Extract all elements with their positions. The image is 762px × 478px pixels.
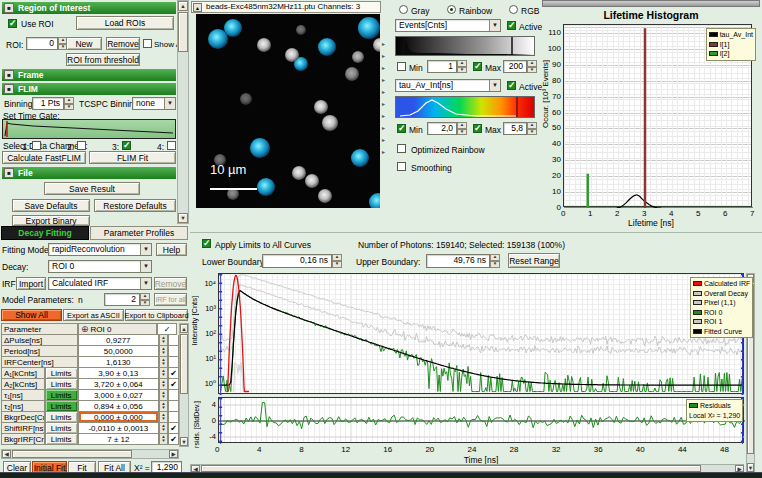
limits-button[interactable]: Limits	[45, 434, 78, 445]
tab-parameter-profiles[interactable]: Parameter Profiles	[90, 226, 188, 240]
scroll-right-icon[interactable]: ▶	[169, 450, 178, 458]
residuals-plot[interactable]	[218, 397, 744, 443]
irf-import-button[interactable]: Import	[16, 277, 46, 290]
splitter-arrow-icon[interactable]: ▸	[382, 64, 385, 71]
intensity-gradient-bar[interactable]	[395, 36, 535, 56]
layer1-min-checkbox[interactable]	[397, 62, 406, 71]
limits-button[interactable]: Limits	[45, 379, 78, 390]
splitter-arrow-icon[interactable]: ▸	[382, 136, 385, 143]
param-fix-checkbox[interactable]	[168, 390, 179, 401]
scroll-down-icon[interactable]: ▼	[747, 463, 754, 472]
dropdown-arrow-icon[interactable]: ▼	[140, 260, 152, 273]
layer2-max-spinner[interactable]: ▲▼	[527, 122, 537, 135]
channel-2-checkbox[interactable]	[77, 141, 86, 150]
table-scrollbar[interactable]: ▲ ▼	[179, 323, 189, 447]
limits-button[interactable]: Limits	[45, 401, 78, 412]
spinner-down-icon[interactable]: ▼	[527, 67, 537, 74]
mode-radio-rgb[interactable]	[509, 5, 518, 14]
param-spinner[interactable]: ▲▼	[159, 368, 168, 379]
apply-limits-checkbox[interactable]	[202, 239, 211, 248]
scroll-right-icon[interactable]: ▶	[735, 465, 744, 472]
param-value[interactable]: 7 ± 12	[78, 434, 160, 445]
save-defaults-button[interactable]: Save Defaults	[12, 199, 90, 212]
mode-radio-gray[interactable]	[399, 5, 408, 14]
spinner-down-icon[interactable]: ▼	[160, 428, 167, 432]
layer1-min-input[interactable]: 1	[427, 60, 457, 73]
spinner-up-icon[interactable]: ▲	[332, 254, 342, 261]
limits-button[interactable]: Limits	[45, 412, 78, 423]
param-fix-checkbox[interactable]: ✔	[168, 423, 179, 434]
param-fix-checkbox[interactable]	[168, 401, 179, 412]
restore-defaults-button[interactable]: Restore Defaults	[94, 199, 176, 212]
spinner-down-icon[interactable]: ▼	[457, 129, 467, 136]
time-gate-preview[interactable]	[2, 119, 176, 139]
mode-radio-rainbow[interactable]	[447, 5, 456, 14]
param-fix-checkbox[interactable]: ✔	[168, 379, 179, 390]
scroll-down-icon[interactable]: ▼	[178, 213, 188, 223]
limits-button[interactable]: Limits	[45, 390, 78, 401]
splitter-arrow-icon[interactable]: ▸	[382, 40, 385, 47]
scrollbar-thumb[interactable]	[180, 334, 188, 394]
left-panel-scrollbar[interactable]: ▲ ▼	[177, 0, 189, 224]
scroll-up-icon[interactable]: ▲	[180, 324, 188, 333]
param-spinner[interactable]: ▲▼	[159, 357, 168, 368]
param-value[interactable]: 3,000 ± 0,027	[78, 390, 160, 401]
panel-splitter-bar[interactable]	[542, 0, 760, 7]
spinner-down-icon[interactable]: ▼	[160, 406, 167, 410]
spinner-down-icon[interactable]: ▼	[332, 261, 342, 268]
roi-new-button[interactable]: New	[66, 37, 102, 50]
optimized-rainbow-checkbox[interactable]	[397, 144, 406, 153]
spinner-down-icon[interactable]: ▼	[140, 300, 150, 307]
param-spinner[interactable]: ▲▼	[159, 401, 168, 412]
layer1-max-input[interactable]: 200	[503, 60, 527, 73]
smoothing-checkbox[interactable]	[397, 162, 406, 171]
help-button[interactable]: Help	[156, 243, 187, 256]
spinner-down-icon[interactable]: ▼	[64, 104, 74, 111]
irf-remove-button[interactable]: Remove	[154, 277, 187, 290]
collapse-icon[interactable]: ■	[4, 70, 14, 80]
irf-dropdown[interactable]: Calculated IRF▼	[48, 277, 152, 290]
lower-boundary-spinner[interactable]: ▲▼	[332, 254, 342, 268]
splitter-arrow-icon[interactable]: ▸	[382, 76, 385, 83]
reset-range-button[interactable]: Reset Range	[508, 253, 560, 268]
spinner-down-icon[interactable]: ▼	[527, 129, 537, 136]
show-all-checkbox[interactable]	[143, 39, 152, 48]
calculate-fastflim-button[interactable]: Calculate FastFLIM	[2, 151, 86, 164]
show-all-params-button[interactable]: Show All	[1, 309, 62, 321]
channel2-dropdown[interactable]: tau_Av_Int[ns]▼	[395, 79, 501, 92]
table-h-scrollbar[interactable]: ◀ ▶	[1, 449, 179, 459]
param-spinner[interactable]: ▲▼	[159, 379, 168, 390]
load-rois-button[interactable]: Load ROIs	[76, 16, 174, 30]
spinner-down-icon[interactable]: ▼	[490, 261, 500, 268]
binning-input[interactable]: 1 Pts	[32, 97, 64, 110]
param-spinner[interactable]: ▲▼	[159, 335, 168, 346]
param-fix-checkbox[interactable]	[168, 335, 179, 346]
layer2-min-input[interactable]: 2,0	[427, 122, 457, 135]
param-spinner[interactable]: ▲▼	[159, 390, 168, 401]
layer2-active-checkbox[interactable]	[507, 81, 516, 90]
channel1-dropdown[interactable]: Events[Cnts]▼	[395, 19, 501, 32]
tab-decay-fitting[interactable]: Decay Fitting	[1, 226, 89, 240]
save-result-button[interactable]: Save Result	[44, 182, 140, 195]
collapse-icon[interactable]: ■	[4, 84, 14, 94]
param-value[interactable]: -0,0110 ± 0,0013	[78, 423, 160, 434]
spinner-down-icon[interactable]: ▼	[160, 417, 167, 421]
channel-3-checkbox[interactable]	[122, 141, 131, 150]
param-value[interactable]: 3,720 ± 0,064	[78, 379, 160, 390]
upper-boundary-spinner[interactable]: ▲▼	[490, 254, 500, 268]
layer2-min-checkbox[interactable]	[397, 124, 406, 133]
dropdown-arrow-icon[interactable]: ▼	[489, 79, 501, 92]
spinner-down-icon[interactable]: ▼	[160, 340, 167, 344]
dropdown-arrow-icon[interactable]: ▼	[489, 19, 501, 32]
param-spinner[interactable]: ▲▼	[159, 412, 168, 423]
scrollbar-thumb[interactable]	[201, 465, 701, 472]
splitter-arrow-icon[interactable]: ▸	[382, 148, 385, 155]
splitter-arrow-icon[interactable]: ▸	[382, 100, 385, 107]
param-value[interactable]: 3,90 ± 0,13	[78, 368, 160, 379]
spinner-up-icon[interactable]: ▲	[490, 254, 500, 261]
spinner-down-icon[interactable]: ▼	[160, 384, 167, 388]
scroll-left-icon[interactable]: ◀	[191, 465, 200, 472]
param-fix-checkbox[interactable]: ✔	[168, 434, 179, 445]
n-spinner[interactable]: ▲▼	[140, 293, 150, 306]
collapse-icon[interactable]: ■	[4, 168, 14, 178]
